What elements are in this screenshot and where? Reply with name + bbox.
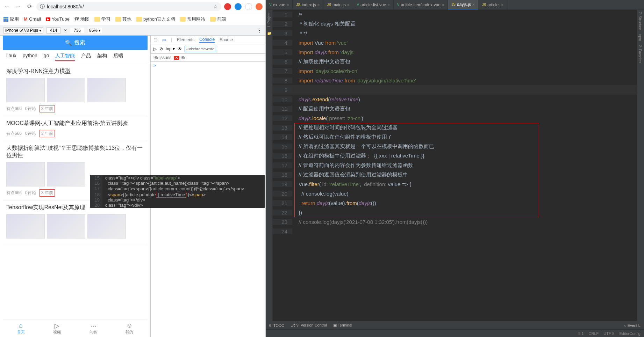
chrome-browser: ← → ⟳ ⓘ localhost:8080/#/ ☆ 应用MGmail▶You… [0, 0, 266, 337]
device-mode-icon[interactable]: ▭ [162, 37, 166, 42]
device-toolbar: iPhone 6/7/8 Plus ▾ 414 × 736 86% ▾ ⋮ [0, 25, 265, 36]
forward-button[interactable]: → [14, 2, 22, 11]
omnibox[interactable]: ⓘ localhost:8080/#/ ☆ [36, 2, 221, 11]
close-icon[interactable]: × [287, 3, 289, 7]
article-meta: 有点6660评论3 年前 [6, 130, 144, 137]
tab-python[interactable]: python [23, 53, 37, 61]
encoding[interactable]: UTF-8 [603, 331, 614, 336]
tool-terminal[interactable]: ▣ Terminal [333, 323, 352, 328]
ide-tool-tabs: 6: TODO ⎇ 9: Version Control ▣ Terminal … [266, 321, 644, 329]
ext-icon-4[interactable] [256, 3, 263, 10]
cursor-pos: 9:1 [578, 331, 584, 336]
thumb-image [6, 162, 45, 186]
thumb-image [6, 78, 45, 102]
thumb-image [47, 78, 85, 102]
tab-elements[interactable]: Elements [177, 37, 194, 42]
dim-x: × [64, 28, 67, 33]
bookmark-7[interactable]: 常用网站 [180, 16, 205, 22]
zoom-select[interactable]: 86% ▾ [88, 28, 102, 33]
nav-我的[interactable]: ☺我的 [112, 320, 148, 337]
eye-icon[interactable]: 👁 [178, 46, 182, 51]
bookmark-5[interactable]: 其他 [115, 16, 131, 22]
filter-input[interactable]: -url:chrome-exte [185, 46, 216, 52]
ide-window: Vex.vue×JSindex.js×JSmain.js×Varticle-li… [266, 0, 644, 337]
article-item[interactable]: MOOC慕课网-人工智能产业应用前沿-第五讲测验有点6660评论3 年前 [3, 116, 148, 141]
devtools-tabs: ⬚ ▭ | Elements Console Source [151, 36, 265, 44]
tab-架构[interactable]: 架构 [97, 53, 107, 61]
ide-tab-article.[interactable]: JSarticle.× [478, 0, 507, 9]
close-icon[interactable]: × [347, 3, 349, 7]
bookmark-6[interactable]: python官方文档 [136, 16, 175, 22]
bookmark-1[interactable]: MGmail [24, 16, 41, 22]
search-label: 搜索 [74, 39, 85, 46]
code-editor[interactable]: 1/*2 * 初始化 dayjs 相关配置3 * */4import Vue f… [273, 10, 637, 321]
ext-icon-2[interactable] [235, 3, 242, 10]
clear-icon[interactable]: ⊘ [159, 46, 163, 51]
device-select[interactable]: iPhone 6/7/8 Plus ▾ [3, 27, 43, 34]
article-meta: 有点6660评论3 年前 [6, 105, 144, 112]
article-item[interactable]: 深度学习-RNN注意力模型有点6660评论3 年前 [3, 64, 148, 116]
bookmark-4[interactable]: 学习 [94, 16, 110, 22]
ext-icon-1[interactable] [224, 3, 231, 10]
ide-tab-article-list.vue[interactable]: Varticle-list.vue× [353, 0, 393, 9]
close-icon[interactable]: × [442, 3, 444, 7]
close-icon[interactable]: × [472, 2, 474, 7]
tab-人工智能[interactable]: 人工智能 [55, 53, 75, 61]
reload-button[interactable]: ⟳ [25, 2, 34, 11]
ide-right-rail: 7: Structure npm 2: Favorites [637, 10, 644, 321]
rail-structure[interactable]: 7: Structure [637, 10, 643, 32]
close-icon[interactable]: × [501, 3, 503, 7]
url-text: localhost:8080/#/ [47, 4, 84, 9]
info-icon: ⓘ [40, 3, 45, 10]
ide-tab-main.js[interactable]: JSmain.js× [323, 0, 353, 9]
line-sep[interactable]: CRLF [589, 331, 599, 336]
search-bar[interactable]: 🔍 搜索 [3, 36, 148, 50]
tab-后端[interactable]: 后端 [113, 53, 123, 61]
code-overlay: 15class="tag"><div class="label-wrap">16… [90, 175, 265, 208]
kebab-icon[interactable]: ⋮ [257, 28, 262, 33]
play-icon[interactable]: ▷ [153, 46, 157, 51]
scope-select[interactable]: top ▾ [166, 46, 175, 51]
tool-vc[interactable]: ⎇ 9: Version Control [291, 323, 327, 328]
article-thumbs [6, 214, 144, 239]
console-toolbar: ▷ ⊘ top ▾ 👁 -url:chrome-exte [151, 44, 265, 54]
tab-产品[interactable]: 产品 [81, 53, 91, 61]
nav-问答[interactable]: ⋯问答 [75, 320, 112, 337]
bottom-nav: ⌂首页▷视频⋯问答☺我的 [3, 320, 148, 337]
tab-linux[interactable]: linux [6, 53, 16, 61]
category-tabs: linuxpythongo人工智能产品架构后端 [3, 50, 148, 64]
tool-todo[interactable]: 6: TODO [269, 323, 285, 328]
ext-icon-3[interactable] [245, 3, 252, 10]
bookmark-0[interactable]: 应用 [3, 16, 19, 22]
chrome-toolbar: ← → ⟳ ⓘ localhost:8080/#/ ☆ [0, 0, 265, 13]
bookmark-2[interactable]: ▶YouTube [46, 16, 70, 22]
tab-sources[interactable]: Source [220, 37, 233, 42]
tool-eventlog[interactable]: ○ Event L [624, 323, 641, 328]
article-title: MOOC慕课网-人工智能产业应用前沿-第五讲测验 [6, 120, 144, 127]
ide-tab-dayjs.js[interactable]: JSdayjs.js× [448, 0, 478, 9]
rail-favorites[interactable]: 2: Favorites [637, 43, 643, 65]
tab-go[interactable]: go [44, 53, 49, 61]
dim-width[interactable]: 414 [46, 27, 60, 34]
back-button[interactable]: ← [3, 2, 11, 11]
ide-editor-tabs: Vex.vue×JSindex.js×JSmain.js×Varticle-li… [266, 0, 644, 10]
close-icon[interactable]: × [317, 3, 320, 7]
ide-tab-index.js[interactable]: JSindex.js× [293, 0, 323, 9]
star-icon[interactable]: ☆ [213, 4, 218, 9]
nav-视频[interactable]: ▷视频 [39, 320, 76, 337]
close-icon[interactable]: × [387, 3, 389, 7]
rail-npm[interactable]: npm [637, 32, 643, 43]
rail-project[interactable]: 1: Project [267, 11, 271, 29]
bookmark-8[interactable]: 前端 [210, 16, 226, 22]
nav-首页[interactable]: ⌂首页 [3, 320, 39, 337]
editorconfig[interactable]: EditorConfig [619, 331, 641, 336]
ide-tab-ex.vue[interactable]: Vex.vue× [266, 0, 293, 9]
inspect-icon[interactable]: ⬚ [153, 37, 157, 42]
tab-console[interactable]: Console [199, 37, 215, 43]
issues-bar[interactable]: 95 Issues: ✕ 95 [151, 54, 265, 62]
extension-icons [224, 3, 263, 10]
console-prompt[interactable]: > [151, 62, 265, 69]
rail-folder-icon[interactable]: 📁 [267, 30, 271, 37]
ide-tab-article-item\index.vue[interactable]: Varticle-item\index.vue× [394, 0, 448, 9]
bookmark-3[interactable]: 🗺地图 [74, 16, 90, 22]
